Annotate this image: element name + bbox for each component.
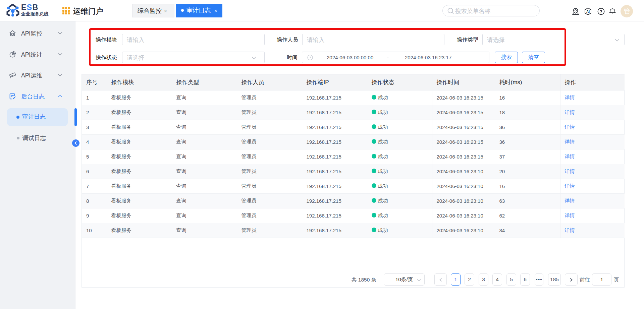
svg-text:AI: AI xyxy=(586,10,590,13)
svg-text:?: ? xyxy=(600,9,602,14)
